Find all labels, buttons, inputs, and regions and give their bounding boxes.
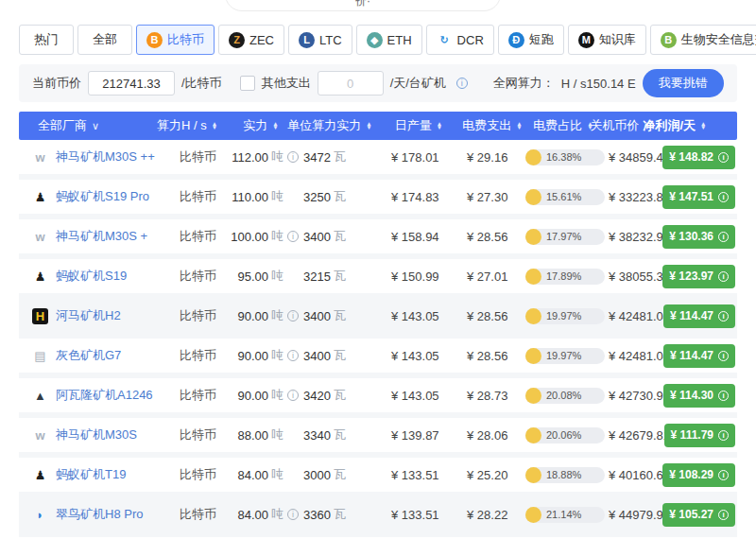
hashrate-cell: 100.00吨i [229, 228, 299, 245]
power-cell: 3472瓦 [299, 148, 359, 165]
electricity-cost-cell: ¥ 29.16 [450, 150, 522, 165]
net-profit-info-icon[interactable]: i [718, 470, 729, 480]
other-expense-input[interactable] [318, 71, 384, 96]
column-header-vendor[interactable]: 全部厂商∨ [38, 112, 99, 140]
tab-xmr[interactable]: M知识库 [568, 25, 646, 55]
tab-eth[interactable]: ◆ETH [356, 25, 422, 55]
network-hashrate-label: 全网算力： [493, 75, 555, 92]
coin-cell: 比特币 [170, 347, 229, 364]
tab-label: ZEC [249, 33, 274, 47]
avalon-icon: ▲ [32, 388, 48, 404]
net-profit-info-icon[interactable]: i [718, 510, 729, 520]
electricity-ratio-pill: 15.61% [525, 189, 605, 205]
net-profit-value: ¥ 123.97 [669, 270, 713, 283]
electricity-ratio-value: 17.89% [546, 270, 581, 282]
tab-dash[interactable]: Ð短跑 [498, 25, 564, 55]
ratio-dot-icon [525, 189, 541, 205]
miner-name-link[interactable]: 神马矿机M30S [56, 426, 137, 443]
table-row: w神马矿机M30S比特币88.00吨3340瓦¥ 139.87¥ 28.0620… [19, 418, 737, 458]
hashrate-info-icon[interactable]: i [287, 151, 299, 163]
electricity-cost-cell: ¥ 28.56 [450, 309, 522, 323]
miner-name-link[interactable]: 灰色矿机G7 [56, 347, 121, 364]
miner-name-link[interactable]: 蚂蚁矿机S19 [56, 268, 127, 285]
electricity-ratio-value: 16.38% [546, 151, 581, 163]
sort-icon: ▲▼ [366, 122, 371, 130]
tab-all[interactable]: 全部 [77, 25, 132, 55]
tab-label: 比特币 [167, 31, 204, 48]
tab-bch[interactable]: B生物安全信息交换所 [650, 25, 756, 55]
ratio-dot-icon [525, 507, 541, 523]
miner-name-link[interactable]: 神马矿机M30S + [56, 228, 147, 245]
miner-name-link[interactable]: 蚂蚁矿机T19 [56, 466, 126, 483]
tab-label: 生物安全信息交换所 [681, 31, 756, 48]
tab-label: 知识库 [599, 31, 636, 48]
net-profit-badge: ¥ 114.30i [663, 384, 735, 408]
hashrate-cell: 90.00吨i [229, 387, 299, 404]
hashrate-unit: 吨 [271, 466, 284, 483]
report-error-button[interactable]: 我要挑错 [643, 69, 724, 97]
column-header-daily_output[interactable]: 日产量▲▼ [395, 112, 442, 140]
column-header-shutdown_price[interactable]: 关机币价▲▼ [590, 112, 649, 140]
net-profit-info-icon[interactable]: i [718, 391, 729, 401]
column-header-electricity_ratio[interactable]: 电费占比▲▼ [533, 112, 593, 140]
tab-bitcoin[interactable]: B比特币 [136, 25, 215, 55]
hashrate-info-icon[interactable]: i [287, 350, 299, 361]
net-profit-value: ¥ 130.36 [669, 230, 713, 243]
tab-zec[interactable]: ZZEC [218, 25, 284, 55]
net-profit-info-icon[interactable]: i [718, 430, 729, 441]
miner-name-link[interactable]: 阿瓦隆矿机A1246 [56, 387, 153, 404]
electricity-ratio-value: 18.88% [546, 469, 581, 480]
miner-name-link[interactable]: 河马矿机H2 [56, 307, 121, 324]
hashrate-cell: 84.00吨i [229, 506, 299, 523]
tab-label: 全部 [93, 31, 117, 48]
net-profit-info-icon[interactable]: i [718, 271, 729, 282]
other-expense-info-icon[interactable]: i [456, 78, 468, 89]
column-header-unit_power[interactable]: 单位算力实力▲▼ [287, 112, 371, 140]
net-profit-value: ¥ 108.29 [669, 468, 713, 481]
power-value: 3420 [299, 389, 331, 403]
net-profit-info-icon[interactable]: i [718, 152, 729, 163]
column-header-hashrate[interactable]: 算力H / s▲▼ [157, 112, 217, 140]
net-profit-value: ¥ 114.30 [670, 389, 713, 402]
hashrate-info-icon[interactable]: i [287, 390, 299, 401]
hashrate-cell: 90.00吨i [229, 347, 299, 364]
litecoin-icon: L [299, 32, 315, 48]
antminer-icon: ♟ [32, 189, 48, 205]
current-price-input[interactable] [88, 71, 175, 96]
tab-dcr[interactable]: ↻DCR [426, 25, 494, 55]
net-profit-info-icon[interactable]: i [718, 232, 729, 242]
hashrate-info-icon[interactable]: i [287, 310, 299, 322]
other-expense-checkbox[interactable] [240, 76, 255, 91]
miner-name-link[interactable]: 蚂蚁矿机S19 Pro [56, 188, 149, 205]
hashrate-value: 88.00 [229, 428, 268, 443]
sort-down-icon: ▼ [272, 126, 278, 130]
table-body: w神马矿机M30S ++比特币112.00吨i3472瓦¥ 178.01¥ 29… [19, 140, 737, 537]
column-header-label: 实力 [243, 117, 267, 134]
filter-bar: 当前币价 /比特币 其他支出 /天/台矿机 i 全网算力： H / s150.1… [19, 64, 737, 102]
net-profit-info-icon[interactable]: i [718, 351, 729, 361]
column-header-net_profit[interactable]: 净利润/天▲▼ [643, 112, 706, 140]
antminer-icon: ♟ [32, 467, 48, 483]
electricity-ratio-pill: 16.38% [525, 149, 605, 165]
column-header-power[interactable]: 实力▲▼ [243, 112, 278, 140]
daily-output-cell: ¥ 178.01 [359, 150, 450, 165]
column-header-label: 单位算力实力 [287, 117, 361, 134]
column-header-electricity_cost[interactable]: 电费支出▲▼ [462, 112, 522, 140]
hashrate-value: 90.00 [229, 349, 268, 363]
electricity-ratio-pill: 19.97% [525, 348, 605, 364]
net-profit-badge: ¥ 111.79i [664, 424, 735, 447]
miner-name-link[interactable]: 翠鸟矿机H8 Pro [56, 506, 143, 523]
tab-ltc[interactable]: LLTC [288, 25, 352, 55]
sort-icon: ▲▼ [272, 122, 278, 130]
miner-name-link[interactable]: 神马矿机M30S ++ [56, 148, 155, 165]
net-profit-value: ¥ 114.47 [670, 309, 713, 322]
electricity-ratio-value: 21.14% [546, 509, 581, 520]
net-profit-info-icon[interactable]: i [718, 311, 729, 322]
hashrate-info-icon[interactable]: i [287, 509, 299, 520]
daily-output-cell: ¥ 143.05 [359, 309, 450, 323]
hashrate-info-icon[interactable]: i [287, 231, 299, 242]
net-profit-info-icon[interactable]: i [718, 192, 729, 202]
hashrate-unit: 吨 [271, 148, 284, 165]
tab-hot[interactable]: 热门 [19, 25, 74, 55]
net-profit-value: ¥ 114.47 [670, 349, 713, 362]
